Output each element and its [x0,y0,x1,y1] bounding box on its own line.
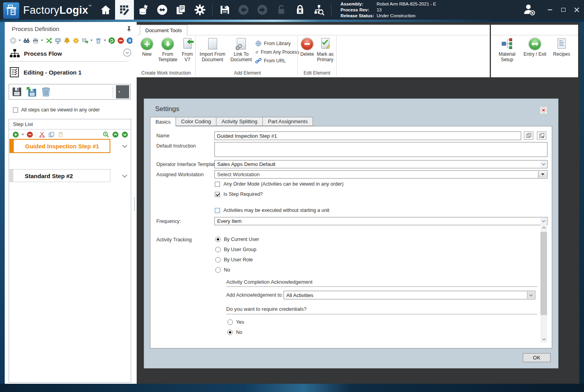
link-to-document-button[interactable]: Link To Document [229,37,254,62]
user-logout-icon[interactable] [523,4,537,16]
save-icon[interactable] [215,0,234,20]
delete-dropdown-icon[interactable] [104,40,106,41]
find-icon[interactable] [23,37,30,44]
unlock-icon[interactable] [272,0,291,20]
deploy-icon[interactable] [81,37,88,44]
step-item-selected[interactable]: Guided Inspection Step #1 [9,139,110,153]
documents-icon[interactable] [172,0,190,20]
panel-splitter[interactable] [132,22,137,384]
add-icon[interactable] [9,37,16,44]
new-button[interactable]: New [139,37,155,57]
transfer-icon[interactable] [153,0,172,20]
print-icon[interactable] [32,37,39,44]
settings-gear-icon[interactable] [190,0,209,20]
from-url-button[interactable]: From URL [255,57,299,64]
tab-part-assignments[interactable]: Part Assignments [263,117,313,126]
credentials-no-radio[interactable] [227,330,233,335]
scrollbar-thumb[interactable] [540,232,547,315]
tab-color-coding[interactable]: Color Coding [176,117,216,126]
process-flow-icon [9,49,20,58]
delete-step-icon[interactable] [39,85,53,98]
move-up-icon[interactable] [112,131,119,138]
maximize-button[interactable] [560,7,566,13]
remove-step-icon[interactable] [26,131,33,138]
refresh-icon[interactable] [108,37,115,44]
remove-icon[interactable] [117,37,124,44]
copy-name-button[interactable] [524,131,533,140]
tab-document-tools[interactable]: Document Tools [140,25,187,35]
scroll-up-icon[interactable] [540,224,547,231]
assembly-info: Assembly:Robot Arm RBA-825-2021 - E Proc… [341,1,436,19]
configure-gear-icon[interactable] [72,37,79,44]
material-setup-button[interactable]: Material Setup [495,37,519,62]
collapse-arrow-icon[interactable] [123,48,132,57]
entry-exit-button[interactable]: Entry / Exit [520,37,549,57]
routing-icon[interactable] [45,37,52,44]
back-icon[interactable] [234,0,253,20]
step-expand-icon[interactable] [122,143,127,148]
tracking-by-user-group-radio[interactable] [215,247,221,252]
move-down-icon[interactable] [121,131,128,138]
step-expand-icon[interactable] [122,173,127,178]
from-v7-button[interactable]: From V7 [181,37,194,62]
dropdown-button-icon[interactable] [538,171,547,178]
home-icon[interactable] [96,0,115,20]
lock-close-icon[interactable] [291,0,309,20]
group-label: Add Element [196,70,298,76]
add-step-dropdown-icon[interactable] [22,134,24,135]
delete-icon[interactable] [95,37,102,44]
tracking-no-radio[interactable] [215,267,221,273]
tracking-by-current-user-radio[interactable] [215,237,221,242]
material-handling-icon[interactable] [134,0,153,20]
paste-name-button[interactable] [537,131,546,140]
scroll-down-icon[interactable] [540,336,547,343]
import-from-document-button[interactable]: Import From Document [197,37,228,62]
recipes-button[interactable]: Recipes [551,37,572,57]
operator-interface-template-select[interactable]: Sales Apps Demo Default [214,160,547,168]
from-library-button[interactable]: From Library [255,40,299,47]
from-any-process-button[interactable]: From Any Process [255,49,299,56]
add-dropdown-icon[interactable] [18,40,21,41]
forward-icon[interactable] [253,0,272,20]
any-order-mode-checkbox[interactable] [215,182,220,187]
find-step-icon[interactable] [103,131,110,138]
default-instruction-textarea[interactable] [214,142,547,157]
credentials-yes-radio[interactable] [227,319,233,325]
minimize-button[interactable] [547,7,553,13]
print-dropdown-icon[interactable] [41,40,43,41]
name-input[interactable] [214,131,521,140]
copy-icon[interactable] [48,131,55,138]
is-step-required-checkbox[interactable] [215,192,220,197]
tab-basics[interactable]: Basics [150,117,176,126]
edit-notes-icon[interactable] [116,85,129,98]
acknowledgement-select[interactable]: All Activities [284,291,535,299]
any-order-checkbox[interactable] [13,108,18,113]
group-label: Create Work Instruction [137,70,195,76]
ok-button[interactable]: OK [523,353,551,362]
process-flow-header[interactable]: Process Flow [9,49,62,58]
deploy-dropdown-icon[interactable] [90,40,93,41]
delete-element-button[interactable]: Delete [299,37,315,57]
mark-as-primary-button[interactable]: Mark as Primary [315,37,335,62]
acknowledgement-value: All Activities [286,292,313,298]
alert-bell-icon[interactable] [63,37,70,44]
pin-icon[interactable] [126,26,132,32]
save-step-icon[interactable] [10,85,24,98]
process-editor-icon[interactable] [115,0,134,20]
frequency-select[interactable]: Every Item [214,217,547,225]
process-search-icon[interactable] [309,0,328,20]
from-template-button[interactable]: From Template [156,37,180,62]
add-step-icon[interactable] [12,131,19,138]
without-unit-checkbox[interactable] [215,208,220,213]
content-scrollbar[interactable] [540,224,547,343]
tracking-by-user-role-radio[interactable] [215,257,221,263]
dialog-close-button[interactable] [540,106,547,114]
cut-icon[interactable] [38,131,46,138]
save-as-icon[interactable] [25,85,38,98]
paste-icon[interactable] [57,131,64,138]
workstation-icon[interactable] [54,37,61,44]
step-item[interactable]: Standard Step #2 [9,169,110,182]
assigned-workstation-combo[interactable]: Select Workstation [214,170,547,179]
tab-activity-splitting[interactable]: Activity Splitting [216,117,263,126]
close-button[interactable] [574,7,579,13]
